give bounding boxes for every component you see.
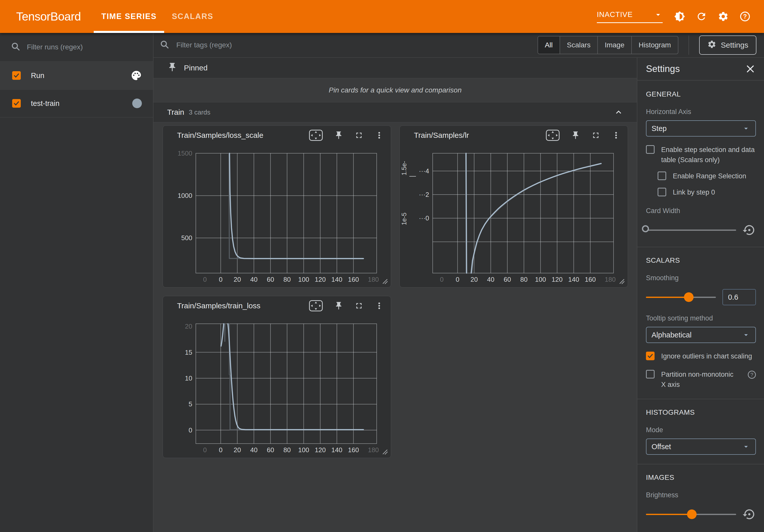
run-status-dropdown[interactable]: INACTIVE (597, 10, 663, 23)
card-width-label: Card Width (646, 207, 756, 215)
svg-text:20: 20 (234, 446, 241, 454)
svg-text:80: 80 (284, 275, 291, 283)
checkbox[interactable] (658, 171, 666, 180)
svg-text:5: 5 (189, 400, 192, 408)
more-options-icon[interactable] (375, 131, 384, 140)
chevron-down-icon (742, 442, 750, 451)
close-icon[interactable] (745, 64, 755, 74)
more-options-icon[interactable] (612, 131, 621, 140)
gear-icon[interactable] (717, 11, 729, 22)
filter-scalars-button[interactable]: Scalars (560, 37, 597, 54)
svg-text:10: 10 (185, 374, 192, 382)
settings-button-label: Settings (721, 41, 748, 49)
line-chart[interactable]: 0020406080100120140160180···0···2···41.5… (400, 145, 623, 287)
brightness-icon[interactable] (674, 11, 685, 22)
smoothing-value-input[interactable]: 0.6 (722, 289, 756, 305)
svg-text:60: 60 (267, 275, 274, 283)
svg-text:0: 0 (219, 275, 222, 283)
reset-icon[interactable] (743, 224, 756, 237)
svg-text:140: 140 (331, 446, 342, 454)
step-selection-row[interactable]: Enable step selection and data table (Sc… (646, 145, 756, 165)
filter-all-button[interactable]: All (538, 37, 560, 54)
svg-text:40: 40 (250, 446, 258, 454)
cards-content: Pinned Pin cards for a quick view and co… (153, 58, 637, 532)
settings-button[interactable]: Settings (699, 36, 756, 55)
svg-text:40: 40 (250, 275, 258, 283)
run-row[interactable]: Run (0, 62, 153, 90)
svg-text:180: 180 (605, 275, 616, 283)
reset-icon[interactable] (743, 508, 756, 521)
pan-zoom-icon[interactable] (546, 129, 560, 141)
section-heading-histograms: HISTOGRAMS (646, 408, 756, 417)
run-checkbox[interactable] (12, 71, 21, 80)
svg-text:160: 160 (585, 275, 596, 283)
histogram-mode-select[interactable]: Offset (646, 439, 756, 455)
svg-text:15: 15 (185, 349, 192, 356)
partition-x-axis-row[interactable]: Partition non-monotonic X axis ? (646, 370, 756, 390)
svg-text:···4: ···4 (419, 167, 429, 175)
svg-text:0: 0 (440, 275, 444, 283)
tab-time-series[interactable]: TIME SERIES (94, 0, 164, 33)
svg-text:1000: 1000 (178, 192, 192, 199)
pin-card-icon[interactable] (571, 131, 580, 140)
checkbox[interactable] (646, 370, 655, 379)
run-row[interactable]: test-train (0, 90, 153, 117)
train-section-header[interactable]: Train 3 cards (153, 102, 637, 122)
filter-histogram-button[interactable]: Histogram (631, 37, 678, 54)
run-color-swatch[interactable] (132, 98, 142, 108)
help-icon[interactable]: ? (739, 11, 751, 22)
checkbox[interactable] (646, 145, 655, 154)
tab-label: TIME SERIES (101, 12, 156, 21)
palette-icon[interactable] (131, 70, 142, 81)
refresh-icon[interactable] (695, 11, 707, 22)
svg-text:0: 0 (189, 426, 192, 434)
link-by-step-row[interactable]: Link by step 0 (658, 188, 756, 197)
resize-handle-icon[interactable] (619, 278, 625, 285)
tag-filter-group: All Scalars Image Histogram (537, 36, 678, 54)
range-selection-row[interactable]: Enable Range Selection (658, 171, 756, 181)
fullscreen-icon[interactable] (354, 131, 363, 140)
svg-text:···0: ···0 (419, 214, 429, 222)
horizontal-axis-label: Horizontal Axis (646, 108, 756, 116)
filter-runs-input[interactable] (26, 43, 145, 52)
svg-text:180: 180 (368, 446, 379, 454)
smoothing-slider[interactable]: 0.6 (646, 289, 756, 305)
pin-card-icon[interactable] (334, 131, 343, 140)
filter-tags-input[interactable] (176, 41, 384, 49)
chevron-up-icon[interactable] (614, 107, 624, 117)
runs-sidebar: Run test-train (0, 33, 153, 532)
resize-handle-icon[interactable] (382, 448, 388, 456)
pin-icon (167, 62, 177, 74)
brightness-label: Brightness (646, 491, 756, 499)
fullscreen-icon[interactable] (354, 301, 363, 310)
chevron-down-icon (742, 331, 750, 339)
pan-zoom-icon[interactable] (309, 300, 323, 312)
svg-text:1500: 1500 (178, 149, 192, 157)
help-icon[interactable]: ? (748, 371, 756, 379)
pin-card-icon[interactable] (334, 301, 343, 310)
line-chart[interactable]: 002040608010012014016018050010001500 (163, 145, 386, 287)
checkbox[interactable] (658, 188, 666, 196)
fullscreen-icon[interactable] (591, 131, 600, 140)
run-name: Run (31, 72, 44, 80)
svg-text:180: 180 (368, 275, 379, 283)
pinned-section-header: Pinned (153, 58, 637, 78)
checkbox[interactable] (646, 352, 655, 360)
pinned-empty-state: Pin cards for a quick view and compariso… (153, 78, 637, 102)
brightness-slider[interactable] (646, 507, 756, 522)
filter-image-button[interactable]: Image (597, 37, 631, 54)
svg-text:160: 160 (348, 446, 359, 454)
pan-zoom-icon[interactable] (309, 129, 323, 141)
svg-text:120: 120 (315, 275, 326, 283)
resize-handle-icon[interactable] (382, 278, 388, 285)
app-header: TensorBoard TIME SERIES SCALARS INACTIVE… (0, 0, 764, 33)
tab-scalars[interactable]: SCALARS (164, 0, 221, 33)
tooltip-sort-select[interactable]: Alphabetical (646, 327, 756, 343)
card-width-slider[interactable] (646, 223, 756, 238)
horizontal-axis-select[interactable]: Step (646, 120, 756, 136)
ignore-outliers-row[interactable]: Ignore outliers in chart scaling (646, 352, 756, 361)
more-options-icon[interactable] (375, 301, 384, 310)
run-checkbox[interactable] (12, 99, 21, 108)
svg-text:0: 0 (203, 446, 207, 454)
line-chart[interactable]: 002040608010012014016018005101520 (163, 315, 386, 458)
